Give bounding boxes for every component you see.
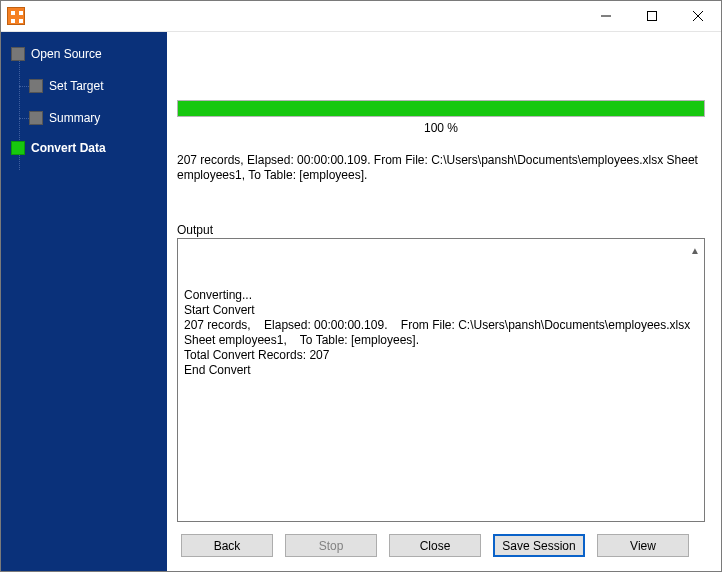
conversion-summary-text: 207 records, Elapsed: 00:00:00.109. From… <box>177 153 705 199</box>
output-log[interactable]: ▲ Converting... Start Convert 207 record… <box>177 238 705 522</box>
progress-fill <box>178 101 704 116</box>
back-button[interactable]: Back <box>181 534 273 557</box>
sidebar-item-set-target[interactable]: Set Target <box>1 72 167 100</box>
step-icon-active <box>11 141 25 155</box>
step-icon <box>29 111 43 125</box>
sidebar-item-label: Summary <box>49 111 100 125</box>
minimize-button[interactable] <box>583 1 629 31</box>
sidebar-item-label: Convert Data <box>31 141 106 155</box>
stop-button: Stop <box>285 534 377 557</box>
view-button[interactable]: View <box>597 534 689 557</box>
scroll-up-icon: ▲ <box>690 243 700 258</box>
step-icon <box>29 79 43 93</box>
sidebar-item-summary[interactable]: Summary <box>1 104 167 132</box>
main-content: 100 % 207 records, Elapsed: 00:00:00.109… <box>167 32 721 571</box>
close-window-button[interactable] <box>675 1 721 31</box>
wizard-sidebar: Open Source Set Target Summary Convert D… <box>1 32 167 571</box>
output-log-text: Converting... Start Convert 207 records,… <box>184 288 698 378</box>
sidebar-item-convert-data[interactable]: Convert Data <box>1 134 167 162</box>
step-icon <box>11 47 25 61</box>
progress-percent-label: 100 % <box>177 121 705 135</box>
progress-bar <box>177 100 705 117</box>
titlebar <box>1 1 721 32</box>
sidebar-item-label: Set Target <box>49 79 103 93</box>
close-button[interactable]: Close <box>389 534 481 557</box>
sidebar-item-label: Open Source <box>31 47 102 61</box>
svg-rect-0 <box>648 12 657 21</box>
app-window: Open Source Set Target Summary Convert D… <box>0 0 722 572</box>
output-section-label: Output <box>177 223 705 237</box>
sidebar-item-open-source[interactable]: Open Source <box>1 40 167 68</box>
button-row: Back Stop Close Save Session View <box>177 534 705 557</box>
maximize-button[interactable] <box>629 1 675 31</box>
save-session-button[interactable]: Save Session <box>493 534 585 557</box>
app-icon <box>7 7 25 25</box>
